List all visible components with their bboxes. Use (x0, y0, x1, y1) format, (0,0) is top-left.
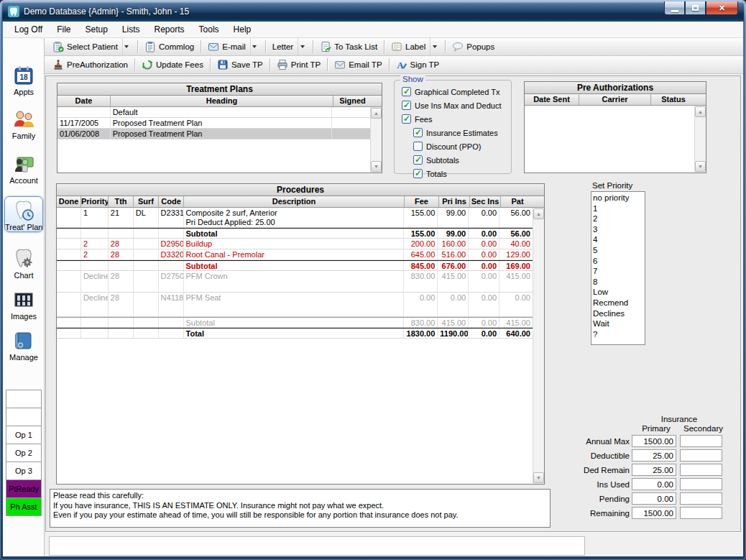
procedures-col-done[interactable]: Done (57, 196, 81, 207)
show-option-graphical-completed-tx[interactable]: Graphical Completed Tx (402, 86, 511, 97)
procedure-row[interactable]: Total1830.001190.000.00640.00 (57, 328, 533, 339)
priority-option-4[interactable]: 4 (593, 234, 645, 245)
preauthorizations-col-carrier[interactable]: Carrier (579, 94, 651, 105)
insurance-annual-max-primary-input[interactable] (632, 435, 676, 447)
scroll-down-icon[interactable]: ▼ (695, 161, 706, 172)
toolbar-button-e-mail[interactable]: E-mail (203, 38, 264, 55)
menu-help[interactable]: Help (226, 22, 259, 37)
toolbar-button-preauthorization[interactable]: PreAuthorization (47, 56, 133, 73)
priority-option-8[interactable]: 8 (593, 277, 645, 288)
close-button[interactable]: ✕ (706, 1, 738, 15)
toolbar-button-update-fees[interactable]: Update Fees (137, 56, 208, 73)
procedures-col-sec-ins[interactable]: Sec Ins (470, 196, 501, 207)
scroll-up-icon[interactable]: ▲ (371, 108, 382, 119)
insurance-pending-secondary-input[interactable] (680, 492, 722, 505)
show-option-subtotals[interactable]: Subtotals (413, 155, 511, 165)
checkbox-subtotals[interactable] (413, 155, 423, 165)
sidebar-op-op-3[interactable]: Op 3 (6, 462, 42, 480)
priority-option-low[interactable]: Low (593, 287, 645, 298)
procedure-row[interactable]: Subtotal845.00676.000.00169.00 (57, 260, 533, 271)
toolbar-button-letter[interactable]: Letter (267, 38, 311, 55)
procedures-scrollbar[interactable]: ▲▼ (533, 208, 544, 484)
scroll-down-icon[interactable]: ▼ (533, 472, 544, 483)
dropdown-arrow-icon[interactable] (430, 38, 438, 55)
show-option-totals[interactable]: Totals (413, 168, 511, 179)
toolbar-button-email-tp[interactable]: Email TP (329, 56, 387, 73)
checkbox-use-ins-max-and-deduct[interactable] (402, 101, 411, 110)
checkbox-fees[interactable] (402, 114, 411, 124)
insurance-ded-remain-secondary-input[interactable] (680, 464, 722, 476)
show-option-insurance-estimates[interactable]: Insurance Estimates (413, 127, 511, 138)
menu-file[interactable]: File (50, 22, 78, 37)
dropdown-arrow-icon[interactable] (298, 38, 306, 55)
sidebar-op-ph-asst[interactable]: Ph Asst (6, 497, 42, 516)
priority-option-2[interactable]: 2 (593, 214, 645, 224)
sidebar-op-op-2[interactable]: Op 2 (6, 444, 42, 462)
scroll-down-icon[interactable]: ▼ (371, 161, 382, 172)
priority-option-5[interactable]: 5 (593, 245, 645, 256)
estimate-note-box[interactable]: Please read this carefully:If you have i… (50, 489, 551, 528)
toolbar-button-commlog[interactable]: Commlog (139, 38, 199, 55)
sidebar-op-ptready[interactable]: PtReady (6, 479, 42, 498)
maximize-button[interactable] (685, 1, 706, 15)
show-option-fees[interactable]: Fees (402, 114, 511, 124)
toolbar-button-to-task-list[interactable]: To Task List (315, 38, 382, 55)
priority-option-7[interactable]: 7 (593, 266, 645, 277)
sidebar-item-treat-plan[interactable]: Treat' Plan (4, 196, 43, 232)
sidebar-item-manage[interactable]: Manage (4, 327, 43, 362)
procedures-col-fee[interactable]: Fee (405, 196, 439, 207)
procedures-col-description[interactable]: Description (184, 196, 405, 207)
scroll-up-icon[interactable]: ▲ (533, 208, 544, 219)
insurance-ins-used-primary-input[interactable] (632, 478, 676, 490)
toolbar-button-sign-tp[interactable]: ASign TP (391, 56, 445, 73)
insurance-ins-used-secondary-input[interactable] (680, 478, 722, 490)
treatment-plan-row[interactable]: 01/06/2008Proposed Treatment Plan (57, 129, 370, 139)
treatment-plans-col-signed[interactable]: Signed (333, 96, 372, 106)
priority-option-3[interactable]: 3 (593, 224, 645, 235)
preauthorizations-col-date-sent[interactable]: Date Sent (525, 94, 579, 105)
sidebar-op-blank[interactable] (6, 408, 42, 426)
toolbar-button-popups[interactable]: Popups (447, 38, 499, 55)
insurance-annual-max-secondary-input[interactable] (680, 435, 722, 447)
checkbox-graphical-completed-tx[interactable] (402, 87, 411, 96)
procedure-row[interactable]: 121DLD2331Composite 2 surf, AnteriorPri … (57, 208, 533, 228)
menu-reports[interactable]: Reports (147, 22, 192, 37)
procedure-row[interactable]: Subtotal155.0099.000.0056.00 (57, 228, 533, 239)
bottom-note-box[interactable] (49, 536, 585, 556)
toolbar-button-select-patient[interactable]: Select Patient (47, 38, 136, 55)
show-option-use-ins-max-and-deduct[interactable]: Use Ins Max and Deduct (402, 100, 511, 111)
sidebar-item-chart[interactable]: Chart (4, 245, 43, 280)
minimize-button[interactable] (664, 1, 685, 15)
checkbox-totals[interactable] (413, 169, 423, 178)
scroll-up-icon[interactable]: ▲ (695, 106, 706, 117)
insurance-deductible-primary-input[interactable] (632, 449, 676, 462)
priority-option-blank[interactable]: ? (593, 329, 645, 340)
sidebar-op-blank[interactable] (6, 390, 42, 408)
procedures-col-code[interactable]: Code (159, 196, 184, 207)
treatment-plans-scrollbar[interactable]: ▲▼ (370, 107, 382, 173)
procedures-col-pat[interactable]: Pat (501, 196, 534, 207)
procedure-row[interactable]: Subtotal830.00415.000.00415.00 (57, 317, 533, 328)
sidebar-op-op-1[interactable]: Op 1 (6, 426, 42, 444)
procedures-col-pri-ins[interactable]: Pri Ins (439, 196, 470, 207)
insurance-ded-remain-primary-input[interactable] (632, 464, 676, 476)
checkbox-insurance-estimates[interactable] (413, 128, 423, 137)
priority-option-no-priority[interactable]: no priority (593, 193, 645, 203)
sidebar-item-appts[interactable]: 18Appts (4, 62, 43, 96)
menu-log-off[interactable]: Log Off (7, 22, 50, 37)
menu-setup[interactable]: Setup (78, 22, 114, 37)
treatment-plan-row[interactable]: Default (57, 107, 370, 118)
procedure-row[interactable]: Declines28N4118PFM Seat0.000.000.000.00 (57, 293, 533, 317)
menu-tools[interactable]: Tools (192, 22, 226, 37)
procedure-row[interactable]: 228D3320Root Canal - Premolar645.00516.0… (57, 249, 533, 260)
sidebar-item-images[interactable]: Images (4, 286, 43, 321)
insurance-pending-primary-input[interactable] (632, 492, 676, 505)
procedures-col-surf[interactable]: Surf (134, 196, 159, 207)
treatment-plan-row[interactable]: 11/17/2005Proposed Treatment Plan (57, 118, 370, 129)
toolbar-button-save-tp[interactable]: Save TP (212, 56, 268, 73)
procedures-col-tth[interactable]: Tth (109, 196, 134, 207)
checkbox-discount-ppo[interactable] (413, 142, 423, 151)
menu-lists[interactable]: Lists (115, 22, 147, 37)
priority-option-1[interactable]: 1 (593, 203, 645, 214)
priority-option-declines[interactable]: Declines (593, 308, 645, 319)
